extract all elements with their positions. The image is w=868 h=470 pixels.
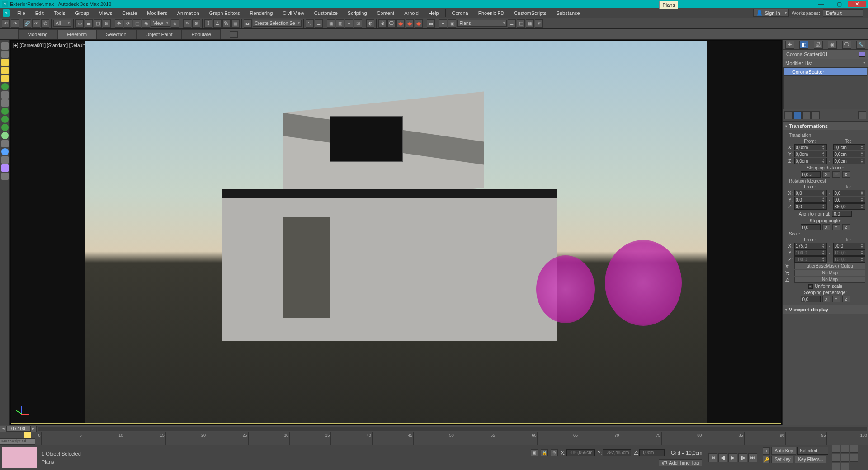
render-active-button[interactable]: 🫖: [415, 19, 423, 28]
time-prev-button[interactable]: ◂: [0, 426, 6, 432]
menu-edit[interactable]: Edit: [31, 9, 48, 17]
curve-editor-button[interactable]: 〰: [345, 19, 353, 28]
snap-button[interactable]: 3: [204, 19, 212, 28]
select-by-name-button[interactable]: ☰: [85, 19, 93, 28]
sy-to[interactable]: 100,0▲▼: [833, 249, 866, 256]
lt-tree-icon[interactable]: [1, 108, 9, 115]
lt-light1-icon[interactable]: [1, 59, 9, 66]
time-next-button[interactable]: ▸: [30, 426, 37, 432]
redo-button[interactable]: ↷: [11, 19, 19, 28]
lt-light2-icon[interactable]: [1, 67, 9, 74]
menu-substance[interactable]: Substance: [552, 9, 585, 17]
configure-sets-icon[interactable]: [858, 111, 866, 119]
window-crossing-button[interactable]: ⊞: [103, 19, 111, 28]
menu-arnold[interactable]: Arnold: [400, 9, 423, 17]
dolly-button[interactable]: [832, 463, 840, 470]
remove-modifier-icon[interactable]: [811, 111, 820, 119]
time-ruler[interactable]: 0510152025303540455055606570758085909510…: [0, 432, 868, 445]
tab-selection[interactable]: Selection: [96, 29, 136, 39]
layer-freeze-button[interactable]: ❄: [535, 19, 543, 28]
time-slider[interactable]: ◂ 0 / 100 ▸: [0, 425, 868, 432]
sz-to[interactable]: 100,0▲▼: [833, 256, 866, 263]
ref-coord-dropdown[interactable]: View: [151, 20, 170, 27]
coord-y[interactable]: -292,485cm: [603, 449, 631, 456]
tab-freeform[interactable]: Freeform: [57, 29, 97, 39]
minimize-button[interactable]: —: [812, 1, 830, 7]
lt-plant-icon[interactable]: [1, 83, 9, 90]
time-track[interactable]: [38, 427, 867, 431]
coord-x[interactable]: -486,066cm: [566, 449, 595, 456]
rollout-transformations-header[interactable]: Transformations: [783, 122, 868, 130]
modifier-list-dropdown[interactable]: Modifier List: [783, 59, 868, 68]
zoom-all-button[interactable]: [850, 445, 858, 453]
step-dist-spinner[interactable]: 0,0cr: [801, 171, 821, 178]
render-iter-button[interactable]: 🫖: [406, 19, 414, 28]
zoom-button[interactable]: [841, 445, 849, 453]
modify-tab-icon[interactable]: ◧: [799, 41, 808, 49]
prev-frame-button[interactable]: ◂▮: [718, 453, 727, 462]
lt-light3-icon[interactable]: [1, 75, 9, 82]
lt-bush-icon[interactable]: [1, 124, 9, 131]
sel-lock-icon[interactable]: 🔒: [541, 449, 548, 456]
orbit-button[interactable]: [850, 454, 858, 462]
layer-add-button[interactable]: ▣: [448, 19, 456, 28]
menu-corona[interactable]: Corona: [448, 9, 473, 17]
lt-shrub-icon[interactable]: [1, 116, 9, 123]
goto-start-button[interactable]: ⏮: [708, 453, 717, 462]
goto-end-button[interactable]: ⏭: [748, 453, 757, 462]
menu-customscripts[interactable]: CustomScripts: [509, 9, 551, 17]
select-object-button[interactable]: ▭: [75, 19, 84, 28]
maximize-button[interactable]: ▢: [830, 1, 848, 7]
schematic-view-button[interactable]: ⊡: [354, 19, 362, 28]
step-dist-y[interactable]: Y: [832, 171, 840, 178]
tab-object-paint[interactable]: Object Paint: [136, 29, 182, 39]
sy-from[interactable]: 100,0▲▼: [794, 249, 827, 256]
menu-rendering[interactable]: Rendering: [245, 9, 278, 17]
lt-scale-icon[interactable]: [1, 51, 9, 58]
add-time-tag-button[interactable]: 🏷Add Time Tag: [659, 459, 702, 466]
ry-to[interactable]: 0,0▲▼: [833, 197, 866, 203]
rx-from[interactable]: 0,0▲▼: [794, 190, 827, 196]
named-sel-dropdown[interactable]: Create Selection Se: [253, 20, 302, 27]
motion-tab-icon[interactable]: ◉: [828, 41, 837, 49]
tab-populate[interactable]: Populate: [182, 29, 220, 39]
manip-button[interactable]: ✎: [183, 19, 191, 28]
fov-button[interactable]: [832, 454, 840, 462]
menu-file[interactable]: File: [13, 9, 30, 17]
object-name-field[interactable]: [785, 51, 857, 57]
menu-phoenix[interactable]: Phoenix FD: [474, 9, 509, 17]
set-key-button[interactable]: Set Key: [771, 456, 793, 463]
rendered-frame-button[interactable]: 🖵: [387, 19, 396, 28]
percent-snap-button[interactable]: %: [222, 19, 231, 28]
set-key-big-icon[interactable]: +: [763, 447, 770, 455]
zoom-extents-button[interactable]: [841, 454, 849, 462]
align-button[interactable]: ≣: [315, 19, 323, 28]
mirror-button[interactable]: ⇋: [306, 19, 314, 28]
tz-to[interactable]: 0,0cm▲▼: [833, 158, 866, 164]
render-prod-button[interactable]: 🫖: [396, 19, 405, 28]
sx-to[interactable]: 90,0▲▼: [833, 243, 866, 249]
menu-group[interactable]: Group: [71, 9, 94, 17]
key-filters-button[interactable]: Key Filters...: [795, 456, 826, 463]
scale-map-z[interactable]: No Map: [794, 277, 865, 283]
layer-prop-button[interactable]: ◫: [517, 19, 525, 28]
rz-from[interactable]: 0,0▲▼: [794, 203, 827, 210]
scale-button[interactable]: ◱: [133, 19, 141, 28]
sz-from[interactable]: 100,0▲▼: [794, 256, 827, 263]
menu-scripting[interactable]: Scripting: [343, 9, 372, 17]
step-pct-x[interactable]: X: [822, 296, 830, 302]
selection-filter-dropdown[interactable]: All: [53, 20, 71, 27]
ty-from[interactable]: 0,0cm▲▼: [794, 151, 827, 157]
menu-views[interactable]: Views: [94, 9, 117, 17]
tx-from[interactable]: 0,0cm▲▼: [794, 144, 827, 150]
ty-to[interactable]: 0,0cm▲▼: [833, 151, 866, 157]
scale-map-y[interactable]: No Map: [794, 270, 865, 276]
menu-animation[interactable]: Animation: [173, 9, 204, 17]
step-pct-spinner[interactable]: 0,0: [801, 296, 821, 302]
select-region-button[interactable]: ◫: [94, 19, 102, 28]
sign-in-dropdown[interactable]: 👤 Sign In: [753, 9, 788, 17]
key-filter-dropdown[interactable]: Selected: [797, 447, 828, 455]
ribbon-video-icon[interactable]: [230, 31, 238, 38]
angle-snap-button[interactable]: ∠: [213, 19, 222, 28]
lt-leaf-icon[interactable]: [1, 132, 9, 139]
